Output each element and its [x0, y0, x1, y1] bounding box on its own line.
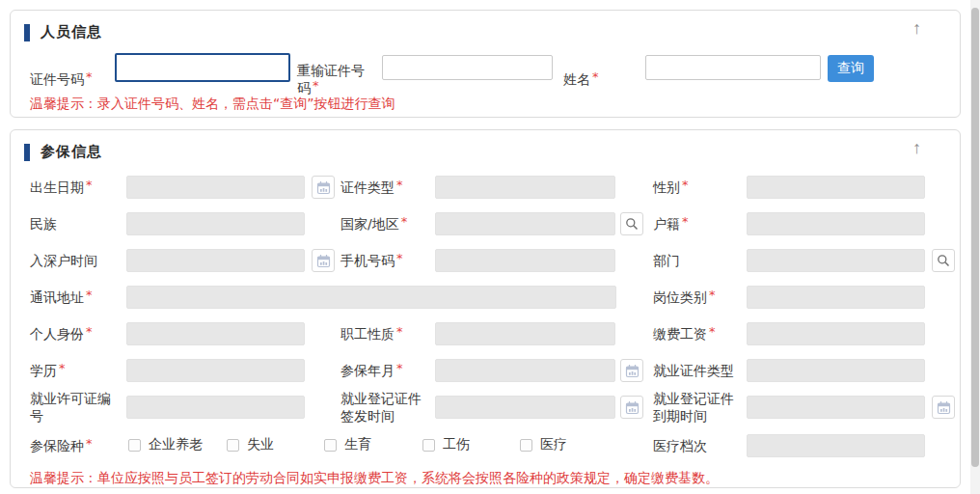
employment-reg-expiry-date-label: 就业登记证件到期时间 [653, 396, 742, 419]
household-label: 户籍* [653, 212, 742, 235]
payment-salary-label: 缴费工资* [653, 322, 742, 345]
search-icon[interactable] [620, 212, 643, 235]
employment-permit-no-label: 就业许可证编号 [30, 396, 121, 419]
calendar-icon[interactable] [312, 176, 335, 199]
personal-identity-label: 个人身份* [30, 322, 121, 345]
checkbox-label: 失业 [247, 436, 274, 453]
calendar-icon[interactable] [932, 396, 955, 419]
medical-checkbox[interactable] [520, 439, 532, 452]
ethnicity-field [126, 212, 305, 235]
id-number-confirm-label: 重输证件号码* [297, 60, 372, 98]
department-label: 部门 [653, 249, 742, 272]
mobile-number-field [435, 249, 615, 272]
query-button[interactable]: 查询 [828, 55, 874, 82]
scrollbar-track[interactable] [970, 0, 980, 494]
person-info-panel: 人员信息 ↑ 证件号码* 重输证件号码* 姓名* 查询 温馨提示：录入证件号码、… [10, 10, 961, 118]
pension-checkbox[interactable] [128, 439, 141, 452]
employee-nature-field [435, 322, 615, 345]
employment-reg-issue-date-field [435, 396, 615, 419]
insurance-types-row: 参保险种* 企业养老 失业 生育 工伤 医疗 医疗档次 [11, 434, 960, 457]
mobile-number-label: 手机号码* [340, 249, 429, 272]
name-label: 姓名* [563, 67, 599, 92]
form-row: 民族 国家/地区* 户籍* [11, 212, 960, 235]
id-number-input[interactable] [115, 53, 290, 82]
insurance-info-panel: 参保信息 ↑ 出生日期* 证件类型* 性别* 民族 国家/地区* [10, 129, 961, 488]
checkbox-item-medical[interactable]: 医疗 [520, 436, 567, 453]
checkbox-label: 医疗 [540, 436, 567, 453]
form-row: 通讯地址* 岗位类别* [11, 286, 960, 309]
insurance-start-month-field [435, 359, 615, 382]
country-region-label: 国家/地区* [340, 212, 429, 235]
employment-cert-type-label: 就业证件类型 [653, 359, 742, 382]
maternity-checkbox[interactable] [324, 439, 337, 452]
gender-field [747, 176, 925, 199]
id-number-label: 证件号码* [30, 66, 93, 93]
medical-level-field [747, 434, 925, 457]
employment-reg-expiry-date-field [747, 396, 925, 419]
name-input[interactable] [645, 55, 821, 80]
gender-label: 性别* [653, 176, 742, 199]
household-field [747, 212, 925, 235]
employment-reg-issue-date-label: 就业登记证件签发时间 [340, 396, 429, 419]
checkbox-label: 生育 [344, 436, 371, 453]
employment-cert-type-field [747, 359, 925, 382]
unemployment-checkbox[interactable] [227, 439, 239, 452]
position-category-label: 岗位类别* [653, 286, 742, 309]
birth-date-field [126, 176, 305, 199]
form-row: 个人身份* 职工性质* 缴费工资* [11, 322, 960, 345]
insurance-section-tip: 温馨提示：单位应按照与员工签订的劳动合同如实申报缴费工资，系统将会按照各险种的政… [30, 470, 719, 487]
form-row: 学历* 参保年月* 就业证件类型 [11, 359, 960, 382]
employment-permit-no-field [126, 396, 305, 419]
scrollbar-thumb[interactable] [971, 8, 979, 467]
department-field [747, 249, 925, 272]
id-number-confirm-input[interactable] [382, 55, 553, 80]
search-icon[interactable] [932, 249, 955, 272]
work-injury-checkbox[interactable] [422, 439, 435, 452]
contact-address-field [126, 286, 616, 309]
collapse-person-section-button[interactable]: ↑ [912, 19, 921, 37]
insurance-section-title: 参保信息 [41, 143, 102, 161]
section-header: 参保信息 [24, 143, 102, 161]
form-row: 入深户时间 手机号码* 部门 [11, 249, 960, 272]
id-type-label: 证件类型* [340, 176, 429, 199]
position-category-field [747, 286, 925, 309]
education-label: 学历* [30, 359, 121, 382]
collapse-insurance-section-button[interactable]: ↑ [912, 139, 921, 156]
form-row: 出生日期* 证件类型* 性别* [11, 176, 960, 199]
form-row: 就业许可证编号 就业登记证件签发时间 就业登记证件到期时间 [11, 396, 960, 419]
checkbox-label: 企业养老 [149, 436, 203, 453]
ethnicity-label: 民族 [30, 212, 121, 235]
shenzhen-entry-date-label: 入深户时间 [30, 249, 121, 272]
person-section-tip: 温馨提示：录入证件号码、姓名，需点击“查询”按钮进行查询 [30, 96, 395, 113]
shenzhen-entry-date-field [126, 249, 305, 272]
employee-nature-label: 职工性质* [340, 322, 429, 345]
insurance-start-month-label: 参保年月* [340, 359, 429, 382]
birth-date-label: 出生日期* [30, 176, 121, 199]
id-type-field [435, 176, 615, 199]
calendar-icon[interactable] [312, 249, 335, 272]
checkbox-item-pension[interactable]: 企业养老 [128, 436, 203, 453]
section-accent-bar [24, 24, 30, 41]
checkbox-item-maternity[interactable]: 生育 [324, 436, 371, 453]
up-arrow-icon: ↑ [912, 138, 921, 157]
country-region-field [435, 212, 615, 235]
contact-address-label: 通讯地址* [30, 286, 121, 309]
person-section-title: 人员信息 [41, 23, 102, 41]
medical-level-label: 医疗档次 [653, 434, 742, 457]
section-header: 人员信息 [24, 23, 102, 41]
personal-identity-field [126, 322, 305, 345]
calendar-icon[interactable] [620, 359, 643, 382]
checkbox-item-unemployment[interactable]: 失业 [227, 436, 274, 453]
calendar-icon[interactable] [620, 396, 643, 419]
payment-salary-field [747, 322, 925, 345]
checkbox-item-work-injury[interactable]: 工伤 [422, 436, 470, 453]
section-accent-bar [24, 144, 30, 161]
checkbox-label: 工伤 [443, 436, 470, 453]
education-field [126, 359, 305, 382]
insurance-types-label: 参保险种* [30, 434, 121, 457]
up-arrow-icon: ↑ [912, 18, 921, 38]
